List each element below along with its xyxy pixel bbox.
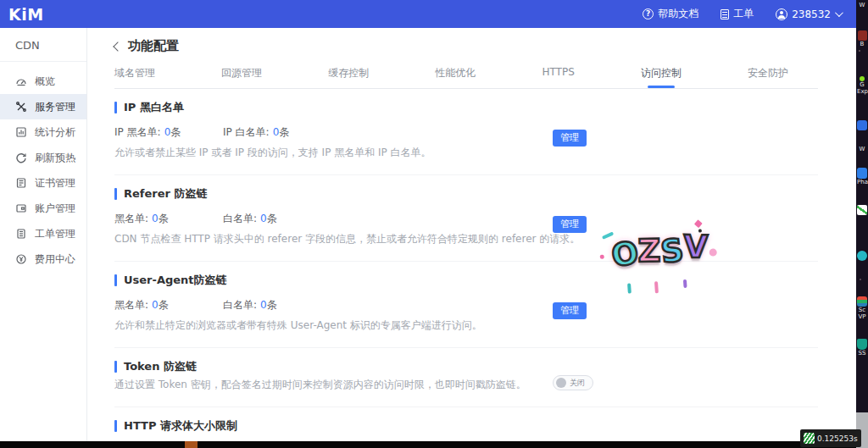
- desktop-icon-teal[interactable]: [857, 251, 867, 261]
- refresh-icon: [15, 152, 27, 163]
- stat-value: 0: [152, 213, 159, 224]
- tab-access-control[interactable]: 访问控制: [641, 66, 682, 88]
- desktop-icon-label: W: [857, 2, 867, 8]
- section-description: 允许或者禁止某些 IP 或者 IP 段的访问，支持 IP 黑名单和 IP 白名单…: [114, 146, 818, 160]
- section-action: 关闭: [553, 375, 593, 390]
- user-id: 238532: [792, 8, 831, 20]
- user-menu[interactable]: 238532: [776, 8, 841, 20]
- sidebar-item-label: 工单管理: [35, 227, 75, 241]
- desktop-icon-blue[interactable]: [857, 120, 867, 130]
- sidebar-item-account[interactable]: 账户管理: [0, 196, 86, 221]
- stat-unit: 条: [267, 299, 277, 311]
- bottom-taskbar-edge: [0, 441, 856, 448]
- taskbar-orange-segment: [185, 441, 198, 448]
- stat-label: IP 黑名单:: [114, 126, 161, 138]
- main-content: 功能配置 域名管理 回源管理 缓存控制 性能优化 HTTPS 访问控制 安全防护…: [88, 28, 856, 441]
- section-action: 管理: [553, 301, 587, 319]
- desktop-icon-label: G: [857, 81, 867, 88]
- config-tabs: 域名管理 回源管理 缓存控制 性能优化 HTTPS 访问控制 安全防护: [114, 66, 788, 88]
- stat-unit: 条: [170, 126, 181, 138]
- sidebar-item-worksheet[interactable]: 工单管理: [0, 221, 86, 246]
- ticket-label: 工单: [733, 7, 754, 21]
- section-action: 管理: [553, 214, 587, 233]
- stat-whitelist: 白名单:0条: [223, 298, 331, 312]
- page-title: 功能配置: [128, 38, 179, 54]
- top-navbar: KiM ? 帮助文档 工单 238532: [0, 0, 856, 28]
- tab-performance[interactable]: 性能优化: [435, 66, 476, 88]
- sidebar-item-overview[interactable]: 概览: [0, 69, 86, 94]
- section-token-antileech: Token 防盗链 通过设置 Token 密钥，配合签名过期时间来控制资源内容的…: [114, 348, 818, 407]
- tab-access-control-label: 访问控制: [641, 67, 682, 79]
- manage-button[interactable]: 管理: [553, 130, 587, 147]
- account-card-icon: [15, 202, 27, 214]
- section-title: HTTP 请求体大小限制: [124, 418, 237, 434]
- sidebar-item-label: 证书管理: [35, 176, 75, 191]
- sidebar-item-label: 刷新预热: [35, 151, 75, 165]
- billing-icon: [15, 253, 27, 265]
- speed-meter-icon: [804, 433, 815, 444]
- desktop-icon-label: VP: [857, 313, 867, 320]
- sidebar-item-certificate[interactable]: 证书管理: [0, 170, 86, 196]
- toggle-knob: [556, 378, 566, 388]
- section-title-row: Token 防盗链: [114, 360, 818, 373]
- stat-unit: 条: [159, 213, 169, 224]
- stat-whitelist: 白名单:0条: [223, 212, 331, 226]
- stat-unit: 条: [267, 213, 277, 224]
- back-icon[interactable]: [113, 41, 122, 51]
- help-docs-label: 帮助文档: [658, 7, 698, 21]
- sidebar-item-billing[interactable]: 费用中心: [0, 246, 86, 272]
- sidebar-group-title: CDN: [0, 28, 86, 62]
- desktop-icon-b[interactable]: B: [857, 30, 867, 47]
- sidebar-item-label: 费用中心: [35, 252, 75, 267]
- sidebar: CDN 概览 服务管理 统计分析 刷新预热 证书管理 账户管理 工单管理: [0, 28, 87, 441]
- chart-app-icon: [857, 205, 867, 215]
- sidebar-item-service-management[interactable]: 服务管理: [0, 94, 86, 119]
- token-toggle-switch[interactable]: 关闭: [553, 375, 593, 390]
- desktop-icon-label: SS: [857, 350, 867, 357]
- tab-https[interactable]: HTTPS: [542, 66, 574, 88]
- desktop-icon-gexp[interactable]: GExp: [857, 76, 867, 95]
- tab-origin-management[interactable]: 回源管理: [221, 66, 262, 88]
- desktop-label: W: [857, 2, 867, 8]
- toggle-label: 关闭: [570, 378, 585, 389]
- sidebar-item-refresh-preheat[interactable]: 刷新预热: [0, 145, 86, 170]
- desktop-icon-scvp[interactable]: ScVP: [857, 296, 867, 320]
- manage-button[interactable]: 管理: [553, 216, 587, 233]
- certificate-icon: [15, 177, 27, 189]
- section-title: Token 防盗链: [124, 359, 197, 374]
- stat-label: IP 白名单:: [223, 126, 270, 138]
- section-referer-antileech: Referer 防盗链 黑名单:0条 白名单:0条 CDN 节点检查 HTTP …: [114, 175, 818, 262]
- sidebar-item-label: 统计分析: [35, 125, 75, 140]
- gauge-icon: [15, 75, 27, 87]
- section-stats: 黑名单:0条 白名单:0条: [114, 212, 818, 226]
- stat-label: 白名单:: [223, 213, 257, 224]
- chevron-down-icon: [835, 8, 843, 17]
- brand-logo: KiM: [8, 5, 44, 24]
- ticket-link[interactable]: 工单: [721, 7, 754, 21]
- app-icon: [857, 168, 867, 179]
- desktop-icon-pha[interactable]: Pha: [857, 168, 867, 185]
- tab-domain-management[interactable]: 域名管理: [114, 66, 155, 88]
- user-avatar-icon: [776, 8, 787, 20]
- section-title-bar: [114, 361, 117, 373]
- section-title-bar: [114, 102, 117, 113]
- stat-unit: 条: [159, 299, 169, 311]
- stat-blacklist: 黑名单:0条: [114, 298, 223, 312]
- section-description: 通过设置 Token 密钥，配合签名过期时间来控制资源内容的访问时限，也即时间戳…: [114, 378, 818, 392]
- stat-value: 0: [152, 299, 159, 311]
- desktop-label: W: [857, 146, 867, 152]
- desktop-icon-ss[interactable]: SS: [857, 339, 867, 357]
- help-docs-link[interactable]: ? 帮助文档: [643, 7, 698, 21]
- stat-value: 0: [260, 299, 267, 311]
- question-circle-icon: ?: [643, 8, 654, 19]
- tab-security[interactable]: 安全防护: [748, 66, 788, 88]
- manage-button[interactable]: 管理: [553, 302, 587, 319]
- desktop-icon-chart[interactable]: [857, 205, 867, 215]
- sidebar-item-statistics[interactable]: 统计分析: [0, 119, 86, 145]
- stat-value: 0: [260, 213, 267, 224]
- section-stats: IP 黑名单:0条 IP 白名单:0条: [114, 125, 818, 140]
- section-title-bar: [114, 420, 117, 432]
- section-title: Referer 防盗链: [124, 186, 207, 202]
- shield-app-icon: [857, 339, 867, 350]
- tab-cache-control[interactable]: 缓存控制: [328, 66, 369, 88]
